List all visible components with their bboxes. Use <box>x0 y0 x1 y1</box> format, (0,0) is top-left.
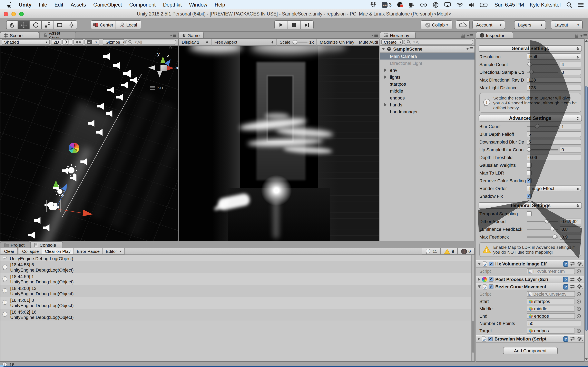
airplay-display-icon[interactable] <box>444 2 451 7</box>
scene-header-row[interactable]: SampleScene <box>380 46 475 53</box>
scale-tool-button[interactable] <box>42 20 53 29</box>
pause-circle-icon[interactable] <box>433 2 439 8</box>
post-process-volume-icon[interactable] <box>69 143 79 153</box>
gizmos-dropdown[interactable]: Gizmos▾ <box>103 39 124 45</box>
menu-edit[interactable]: Edit <box>51 2 67 8</box>
create-dropdown[interactable]: Create▾ <box>381 39 403 45</box>
menu-depthkit[interactable]: Depthkit <box>159 2 186 8</box>
log-entry[interactable]: ! [18:45:01] 8UnityEngine.Debug:Log(Obje… <box>0 297 471 309</box>
scene-lighting-toggle[interactable] <box>63 39 72 45</box>
hierarchy-panel-menu-icon[interactable] <box>467 34 473 38</box>
account-dropdown[interactable]: Account▾ <box>472 20 505 29</box>
pivot-center-button[interactable]: Center <box>91 20 116 29</box>
rect-tool-button[interactable] <box>53 20 65 29</box>
x-axis-cone[interactable] <box>82 210 93 217</box>
scene-search-input[interactable]: ▾ All <box>126 39 176 45</box>
spotlight-search-icon[interactable] <box>566 2 572 8</box>
gizmo-y-cone[interactable] <box>160 56 165 63</box>
inspector-lock-icon[interactable] <box>575 35 578 38</box>
post-process-enabled-checkbox[interactable] <box>489 277 493 282</box>
scene-effects-dropdown[interactable]: ▾ <box>85 39 99 45</box>
coffee-cup-icon[interactable] <box>408 2 415 8</box>
collab-button[interactable]: Collab▾ <box>421 20 452 29</box>
tab-console[interactable]: Console <box>30 242 63 248</box>
brownian-enabled-checkbox[interactable] <box>488 337 493 341</box>
rotate-tool-button[interactable] <box>30 20 42 29</box>
gizmo-down-cone[interactable] <box>157 71 162 77</box>
tab-scene[interactable]: Scene <box>0 32 39 38</box>
collapse-icon[interactable] <box>478 285 481 288</box>
log-entry-partial[interactable]: UnityEngine.Debug:Log(Object) <box>0 255 471 261</box>
cloud-button[interactable] <box>456 20 470 29</box>
clear-button[interactable]: Clear <box>1 248 17 254</box>
directional-sample-value[interactable]: 8 <box>560 69 581 75</box>
tab-hierarchy[interactable]: Hierarchy <box>380 32 416 38</box>
console-scroll-thumb[interactable] <box>472 321 474 353</box>
post-process-component-header[interactable]: Post Process Layer (Scri ? <box>476 276 584 283</box>
menu-component[interactable]: Component <box>126 2 159 8</box>
glasses-icon[interactable] <box>420 2 427 7</box>
maximize-on-play-button[interactable]: Maximize On Play <box>317 39 356 45</box>
log-entry[interactable]: ! [18:44:59] 1UnityEngine.Debug:Log(Obje… <box>0 273 471 285</box>
sample-count-value[interactable]: 4 <box>560 61 581 67</box>
notification-app-icon[interactable] <box>397 2 403 7</box>
hierarchy-item-directional-light[interactable]: Directional Light <box>380 59 475 67</box>
hierarchy-item-handmanager[interactable]: handmanager <box>380 108 475 115</box>
inspector-panel-menu-icon[interactable] <box>580 34 587 38</box>
menu-help[interactable]: Help <box>211 2 229 8</box>
layout-dropdown[interactable]: Layout▾ <box>551 20 583 29</box>
transform-tool-button[interactable] <box>65 20 77 29</box>
expand-icon[interactable] <box>478 337 480 341</box>
error-count-toggle[interactable]: ! 0 <box>458 248 475 254</box>
light-gizmo[interactable] <box>57 189 62 194</box>
wifi-icon[interactable] <box>457 2 463 7</box>
collapse-icon[interactable] <box>478 263 481 265</box>
shading-mode-dropdown[interactable]: Shaded▾ <box>2 39 50 45</box>
hierarchy-item-lights[interactable]: lights <box>380 73 475 80</box>
rotation-local-button[interactable]: Local <box>116 20 141 29</box>
log-entry[interactable]: ! [18:45:00] 13UnityEngine.Debug:Log(Obj… <box>0 285 471 297</box>
chevron-badge-icon[interactable]: »»3 <box>382 2 392 8</box>
gizmo-x-cone[interactable] <box>167 66 174 71</box>
expand-icon[interactable] <box>384 75 387 78</box>
clear-on-play-button[interactable]: Clear on Play <box>42 248 74 254</box>
volume-icon[interactable] <box>469 2 474 7</box>
log-entry[interactable]: ! [18:45:02] 16UnityEngine.Debug:Log(Obj… <box>0 309 471 320</box>
scene-viewport[interactable]: y z x Iso <box>0 46 178 241</box>
expand-icon[interactable] <box>384 68 387 72</box>
menubar-clock[interactable]: Sun 6:45 PM <box>494 2 524 8</box>
menu-window[interactable]: Window <box>185 2 211 8</box>
pause-button[interactable] <box>287 20 301 29</box>
zoom-window-button[interactable] <box>19 12 24 16</box>
expand-icon[interactable] <box>382 48 385 50</box>
hierarchy-search-input[interactable]: ▾ All <box>404 39 473 45</box>
play-button[interactable] <box>274 20 287 29</box>
tab-project[interactable]: Project <box>0 242 30 248</box>
tab-game[interactable]: Game <box>178 32 204 38</box>
menu-file[interactable]: File <box>35 2 51 8</box>
error-pause-button[interactable]: Error Pause <box>74 248 103 254</box>
apple-menu[interactable] <box>4 2 15 8</box>
scroll-up-arrow[interactable] <box>585 40 588 42</box>
battery-icon[interactable] <box>480 2 489 7</box>
y-axis-cone[interactable] <box>53 180 59 187</box>
bezier-enabled-checkbox[interactable] <box>489 284 493 289</box>
tab-asset-store[interactable]: Asset Store <box>39 32 76 38</box>
game-panel-menu-icon[interactable] <box>371 33 378 38</box>
2d-toggle-button[interactable]: 2D <box>51 39 61 45</box>
inspector-scroll-thumb[interactable] <box>585 86 587 331</box>
display-dropdown[interactable]: Display 1 <box>179 39 212 45</box>
scroll-down-arrow[interactable] <box>585 359 588 360</box>
minimize-window-button[interactable] <box>11 12 16 16</box>
info-count-toggle[interactable]: ! 11 <box>422 248 441 254</box>
tab-inspector[interactable]: i Inspector <box>476 32 513 38</box>
hierarchy-item-hands[interactable]: hands <box>380 101 475 108</box>
scene-audio-toggle[interactable] <box>74 39 84 45</box>
inspector-scrollbar[interactable] <box>584 38 588 362</box>
light-gizmo[interactable] <box>68 167 74 173</box>
projection-mode-label[interactable]: Iso <box>150 85 163 91</box>
menubar-user[interactable]: Kyle Kukshtel <box>530 2 561 8</box>
hierarchy-item-middle[interactable]: middle <box>380 87 475 94</box>
camera-selection-box[interactable] <box>46 200 61 212</box>
step-button[interactable] <box>301 20 314 29</box>
